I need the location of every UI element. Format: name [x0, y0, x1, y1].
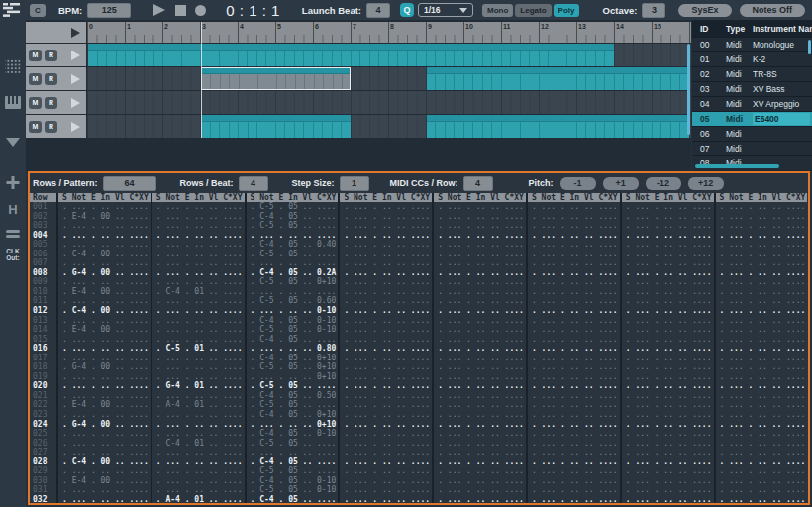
tracker-cell[interactable]: . ... . .. .. .... — [432, 221, 526, 231]
step-size-input[interactable]: 1 — [340, 176, 369, 191]
tracker-cell[interactable]: . ... . .. .. .... — [432, 268, 526, 278]
tracker-cell[interactable]: . C-4 . 01 .. .... — [151, 287, 245, 297]
tracker-cell[interactable]: . ... . .. .. .... — [526, 372, 620, 382]
h-icon[interactable]: H — [8, 202, 17, 217]
tracker-cell[interactable]: . ... . .. .. .... — [151, 277, 245, 287]
instrument-row[interactable]: 06Midi — [692, 126, 812, 141]
tracker-cell[interactable]: . ... . .. .. .... — [714, 221, 808, 231]
record-arm-button[interactable]: R — [45, 97, 57, 109]
tracker-cell[interactable]: . ... . .. .. .... — [151, 372, 245, 382]
tracker-cell[interactable]: . ... . .. .. .... — [151, 466, 245, 476]
record-arm-button[interactable]: R — [45, 50, 57, 61]
tracker-cell[interactable]: . ... . .. .. .... — [338, 391, 432, 401]
instrument-row[interactable]: 02MidiTR-8S — [692, 66, 812, 81]
track-play-icon[interactable] — [71, 51, 80, 60]
tracker-cell[interactable]: . C-4 . 05 .. .... — [245, 457, 339, 467]
tracker-cell[interactable]: . G-4 . 00 .. .... — [56, 420, 151, 430]
tracker-cell[interactable]: . C-5 . 05 .. 0+10 — [245, 277, 339, 287]
app-logo-icon[interactable] — [3, 3, 20, 17]
tracker-cell[interactable]: . ... . .. .. .... — [338, 429, 432, 439]
tracker-cell[interactable]: . ... . .. .. .... — [432, 410, 526, 420]
instrument-row[interactable]: 07Midi — [692, 141, 812, 155]
tracker-cell[interactable]: . ... . .. .. .... — [526, 354, 620, 363]
scene-play-icon[interactable] — [71, 28, 80, 38]
tracker-cell[interactable]: . C-5 . 05 .. .... — [245, 221, 339, 231]
tracker-cell[interactable]: . ... . .. .. .... — [714, 268, 808, 278]
tracker-cell[interactable]: . ... . .. .. .... — [432, 258, 526, 268]
tracker-cell[interactable]: . C-4 . 05 .. .... — [245, 495, 339, 505]
tracker-cell[interactable]: . ... . .. .. .... — [338, 202, 432, 212]
tracker-cell[interactable]: . ... . .. .. .... — [338, 400, 432, 410]
tracker-cell[interactable]: . ... . .. .. .... — [338, 316, 432, 326]
tracker-cell[interactable]: . C-4 . 05 .. 0-10 — [245, 316, 339, 326]
tracker-cell[interactable]: . ... . .. .. .... — [620, 457, 714, 467]
tracker-cell[interactable]: . ... . .. .. .... — [714, 231, 808, 241]
tracker-cell[interactable]: . ... . .. .. .... — [620, 231, 714, 241]
tracker-cell[interactable]: . ... . .. .. .... — [526, 476, 620, 486]
tracker-cell[interactable]: . ... . .. .. .... — [620, 344, 714, 354]
tracker-cell[interactable]: . ... . .. .. .... — [620, 400, 714, 410]
tracker-cell[interactable]: . ... . .. .. .... — [526, 400, 620, 410]
tracker-cell[interactable]: . C-4 . 00 .. .... — [56, 306, 151, 316]
tracker-cell[interactable]: . C-4 . 00 .. .... — [56, 250, 151, 259]
tracker-cell[interactable]: . ... . .. .. .... — [526, 268, 620, 278]
tracker-cell[interactable]: . C-4 . 05 .. 0.40 — [245, 240, 339, 250]
tracker-cell[interactable]: . ... . .. .. .... — [714, 354, 808, 363]
tracker-cell[interactable]: . ... . .. .. .... — [151, 457, 245, 467]
tracker-cell[interactable]: . A-4 . 01 .. .... — [151, 400, 245, 410]
track-lane-2[interactable] — [87, 67, 691, 90]
tracker-cell[interactable]: . ... . .. .. .... — [526, 344, 620, 354]
tracker-cell[interactable]: . ... . .. .. .... — [432, 277, 526, 287]
rows-pattern-input[interactable]: 64 — [103, 176, 156, 191]
tracker-cell[interactable]: . ... . .. .. .... — [338, 231, 432, 241]
tracker-cell[interactable]: . ... . .. .. .... — [56, 240, 151, 250]
grid-icon[interactable] — [6, 58, 21, 73]
tracker-cell[interactable]: . ... . .. .. .... — [526, 296, 620, 306]
instrument-row[interactable]: 00MidiMonologue — [692, 37, 812, 51]
tracker-cell[interactable]: . ... . .. .. .... — [56, 466, 151, 476]
tracker-cell[interactable]: . ... . .. .. .... — [620, 485, 714, 495]
tracker-cell[interactable]: . ... . .. .. .... — [245, 448, 339, 457]
tracker-cell[interactable]: . C-4 . 05 .. .... — [245, 335, 339, 345]
tracker-cell[interactable]: . ... . .. .. .... — [245, 258, 339, 268]
tracker-cell[interactable]: . ... . .. .. .... — [620, 240, 714, 250]
quantize-button[interactable]: Q — [400, 3, 414, 17]
tracker-cell[interactable]: . ... . .. .. .... — [338, 495, 432, 505]
tracker-cell[interactable]: . ... . .. .. .... — [620, 202, 714, 212]
playhead[interactable] — [201, 22, 202, 138]
tracker-cell[interactable]: . ... . .. .. .... — [56, 296, 151, 306]
tracker-cell[interactable]: . ... . .. .. 0+10 — [245, 420, 339, 430]
timeline-ruler[interactable]: 012345678910111213141516 — [87, 22, 691, 43]
c-button[interactable]: C — [30, 4, 46, 17]
tracker-cell[interactable]: . ... . .. .. .... — [56, 372, 151, 382]
tracker-cell[interactable]: . ... . .. .. .... — [620, 258, 714, 268]
tracker-cell[interactable]: . C-4 . 05 .. 0+10 — [245, 354, 339, 363]
tracker-cell[interactable]: . ... . .. .. .... — [151, 212, 245, 222]
record-arm-button[interactable]: R — [45, 121, 57, 133]
tracker-cell[interactable]: . ... . .. .. .... — [714, 258, 808, 268]
tracker-cell[interactable]: . ... . .. .. .... — [714, 381, 808, 391]
tracker-cell[interactable]: . ... . .. .. .... — [526, 448, 620, 457]
tracker-cell[interactable]: . ... . .. .. .... — [338, 410, 432, 420]
tracker-cell[interactable]: . ... . .. .. .... — [56, 202, 151, 212]
tracker-cell[interactable]: . ... . .. .. .... — [620, 316, 714, 326]
tracker-cell[interactable]: . ... . .. .. .... — [338, 476, 432, 486]
tracker-cell[interactable]: . ... . .. .. .... — [338, 306, 432, 316]
tracker-cell[interactable]: . ... . .. .. .... — [151, 231, 245, 241]
tracker-cell[interactable]: . ... . .. .. .... — [526, 457, 620, 467]
tracker-cell[interactable]: . ... . .. .. .... — [338, 372, 432, 382]
instrument-row[interactable]: 01MidiK-2 — [692, 51, 812, 66]
tracker-cell[interactable]: . ... . .. .. .... — [151, 391, 245, 401]
tracker-cell[interactable]: . ... . .. .. .... — [432, 306, 526, 316]
tracker-cell[interactable]: . ... . .. .. .... — [620, 296, 714, 306]
tracker-cell[interactable]: . ... . .. .. .... — [432, 212, 526, 222]
bpm-input[interactable]: 125 — [87, 3, 131, 18]
tracker-cell[interactable]: . ... . .. .. .... — [526, 221, 620, 231]
tracker-cell[interactable]: . C-5 . 05 .. .... — [245, 439, 339, 449]
tracker-cell[interactable]: . ... . .. .. .... — [620, 325, 714, 335]
tracker-cell[interactable]: . ... . .. .. .... — [714, 296, 808, 306]
tracker-cell[interactable]: . ... . .. .. .... — [714, 287, 808, 297]
tracker-cell[interactable]: . ... . .. .. .... — [432, 381, 526, 391]
record-arm-button[interactable]: R — [45, 73, 57, 85]
tracker-cell[interactable]: . ... . .. .. .... — [620, 466, 714, 476]
